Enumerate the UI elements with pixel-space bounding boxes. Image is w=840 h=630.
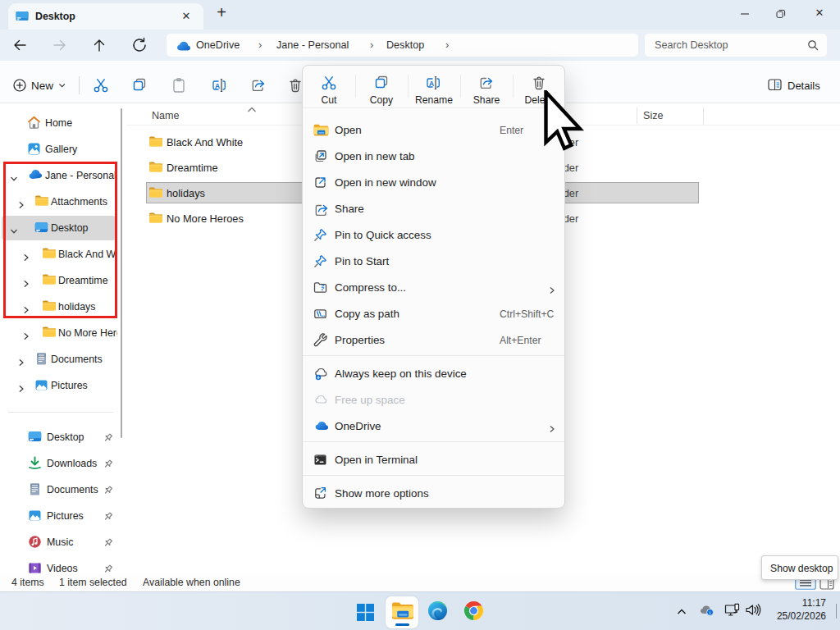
svg-text:A: A xyxy=(429,80,434,88)
svg-text:New: New xyxy=(31,80,53,92)
svg-text:Details: Details xyxy=(788,80,820,92)
svg-text:A: A xyxy=(215,82,220,90)
svg-text:i: i xyxy=(710,609,711,615)
